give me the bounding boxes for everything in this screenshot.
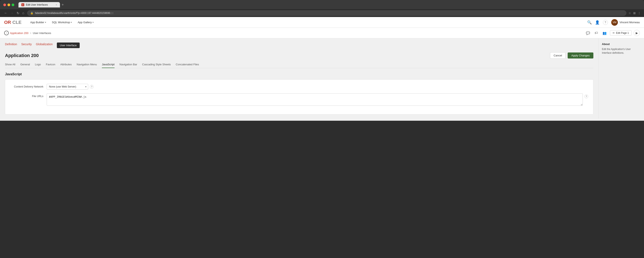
cdn-help-icon[interactable]: ?	[90, 85, 94, 88]
browser-actions: ☆ ⊞ ⋮	[628, 12, 641, 15]
tab-globalization[interactable]: Globalization	[36, 42, 53, 48]
edit-icon: ✏	[613, 32, 615, 34]
subtab-favicon[interactable]: Favicon	[46, 63, 56, 68]
tab-close-button[interactable]: ×	[56, 4, 57, 6]
top-nav: OR · CLE App Builder ▾ SQL Workshop ▾ Ap…	[0, 17, 644, 28]
logo-dot: ·	[12, 21, 12, 24]
right-sidebar: About Edit the Application's User Interf…	[598, 38, 644, 119]
subtab-css[interactable]: Cascading Style Sheets	[142, 63, 171, 68]
maximize-traffic-light[interactable]	[12, 4, 14, 6]
breadcrumb-bar: ↑ Application 200 › User Interfaces 💬 🏷 …	[0, 28, 644, 38]
search-icon[interactable]: 🔍	[587, 20, 592, 25]
tab-definition[interactable]: Definition	[5, 42, 17, 48]
edit-page-button[interactable]: ✏ Edit Page 1	[610, 30, 632, 36]
back-button[interactable]: ←	[3, 11, 8, 15]
help-icon[interactable]: ?	[603, 20, 608, 25]
cdn-select[interactable]: None (use Web Server) jsDelivr cdnjs Cus…	[47, 84, 88, 90]
up-arrow-icon: ↑	[4, 31, 9, 35]
main-content: Definition Security Globalization User I…	[0, 38, 598, 119]
browser-window: A Edit User Interfaces × + ← → ↻ ⌂ 🔒 fab…	[0, 0, 644, 121]
traffic-lights	[3, 4, 14, 6]
avatar: VM	[611, 19, 618, 26]
subtab-navigation-menu[interactable]: Navigation Menu	[77, 63, 97, 68]
page-header: Application 200 Cancel Apply Changes	[5, 52, 594, 59]
oracle-logo: OR · CLE	[4, 20, 22, 25]
subtab-general[interactable]: General	[20, 63, 30, 68]
resize-icon: ⤡	[580, 104, 582, 106]
run-button[interactable]: ▶	[634, 30, 640, 36]
sql-workshop-caret: ▾	[71, 21, 72, 24]
subtab-javascript[interactable]: JavaScript	[102, 63, 114, 68]
active-tab[interactable]: A Edit User Interfaces ×	[18, 2, 60, 8]
form-section: Content Delivery Network None (use Web S…	[5, 80, 594, 114]
app-gallery-caret: ▾	[92, 21, 94, 24]
nav-menu: App Builder ▾ SQL Workshop ▾ App Gallery…	[28, 20, 96, 25]
file-urls-textarea[interactable]: #APP_IMAGES#demo#MIN#.js	[47, 93, 583, 106]
browser-titlebar: A Edit User Interfaces × +	[0, 0, 644, 9]
nav-buttons: ← → ↻ ⌂	[3, 11, 25, 16]
nav-app-builder[interactable]: App Builder ▾	[28, 20, 48, 25]
refresh-button[interactable]: ↻	[16, 11, 20, 16]
nav-app-gallery[interactable]: App Gallery ▾	[75, 20, 96, 25]
breadcrumb-current: User Interfaces	[33, 32, 51, 35]
apply-changes-button[interactable]: Apply Changes	[568, 52, 594, 58]
user-profile: VM Vincent Morneau	[611, 19, 640, 26]
cdn-select-wrap: None (use Web Server) jsDelivr cdnjs Cus…	[47, 84, 88, 90]
tab-bar: A Edit User Interfaces × +	[18, 2, 641, 8]
breadcrumb-actions: 💬 🏷 👥 ✏ Edit Page 1 ▶	[585, 30, 640, 36]
app-container: OR · CLE App Builder ▾ SQL Workshop ▾ Ap…	[0, 17, 644, 121]
sidebar-about-title: About	[602, 42, 641, 46]
minimize-traffic-light[interactable]	[8, 4, 10, 6]
tag-icon[interactable]: 🏷	[594, 30, 599, 36]
page-title: Application 200	[5, 53, 39, 58]
file-urls-help-icon[interactable]: ?	[584, 94, 588, 98]
breadcrumb-home[interactable]: ↑ Application 200	[4, 31, 28, 35]
file-urls-label: File URLs	[10, 93, 43, 98]
tab-user-interface[interactable]: User Interface	[57, 42, 80, 48]
forward-button[interactable]: →	[10, 11, 14, 15]
subtab-concatenated-files[interactable]: Concatenated Files	[176, 63, 199, 68]
url-bar[interactable]: 🔒 fabedev02.forallabeautiful.earth/ords/…	[27, 10, 626, 16]
form-row-file-urls: File URLs #APP_IMAGES#demo#MIN#.js ⤡ ?	[10, 93, 588, 106]
file-urls-textarea-wrap: #APP_IMAGES#demo#MIN#.js ⤡	[47, 93, 583, 106]
user-name: Vincent Morneau	[620, 21, 640, 24]
header-actions: Cancel Apply Changes	[550, 52, 594, 59]
subtab-navigation-bar[interactable]: Navigation Bar	[120, 63, 137, 68]
logo-cle: CLE	[12, 20, 22, 25]
new-tab-button[interactable]: +	[62, 3, 64, 7]
edit-page-label: Edit Page 1	[616, 32, 629, 34]
close-traffic-light[interactable]	[3, 4, 6, 6]
browser-menu-icon[interactable]: ⋮	[638, 12, 641, 15]
bookmark-icon[interactable]: ☆	[628, 12, 631, 15]
extensions-icon[interactable]: ⊞	[633, 12, 636, 15]
comment-icon[interactable]: 💬	[585, 30, 591, 36]
subtab-attributes[interactable]: Attributes	[60, 63, 72, 68]
subtab-show-all[interactable]: Show All	[5, 63, 15, 68]
breadcrumb-app-link[interactable]: Application 200	[10, 32, 28, 35]
tab-title: Edit User Interfaces	[26, 3, 48, 6]
tab-favicon: A	[21, 3, 24, 6]
breadcrumb-separator: ›	[30, 31, 31, 35]
address-bar: ← → ↻ ⌂ 🔒 fabedev02.forallabeautiful.ear…	[0, 9, 644, 17]
nav-right: 🔍 👤 ? VM Vincent Morneau	[587, 19, 640, 26]
tab-security[interactable]: Security	[21, 42, 32, 48]
main-layout: Definition Security Globalization User I…	[0, 38, 644, 119]
section-title: JavaScript	[5, 72, 594, 76]
url-text: fabedev02.forallabeautiful.earth/ords/f?…	[35, 12, 114, 14]
user-icon[interactable]: 👤	[595, 20, 600, 25]
subtab-logo[interactable]: Logo	[35, 63, 41, 68]
home-button[interactable]: ⌂	[21, 11, 25, 15]
team-icon[interactable]: 👥	[601, 30, 608, 36]
file-urls-control-wrap: #APP_IMAGES#demo#MIN#.js ⤡ ?	[47, 93, 588, 106]
tab-nav: Definition Security Globalization User I…	[5, 42, 594, 48]
logo-or: OR	[4, 20, 11, 25]
sub-tab-nav: Show All General Logo Favicon Attributes…	[5, 63, 594, 68]
form-row-cdn: Content Delivery Network None (use Web S…	[10, 84, 588, 90]
sidebar-about-text: Edit the Application's User Interface de…	[602, 47, 641, 55]
cdn-label: Content Delivery Network	[10, 84, 43, 88]
app-builder-caret: ▾	[45, 21, 46, 24]
lock-icon: 🔒	[30, 12, 34, 14]
cdn-control-wrap: None (use Web Server) jsDelivr cdnjs Cus…	[47, 84, 588, 90]
nav-sql-workshop[interactable]: SQL Workshop ▾	[50, 20, 74, 25]
cancel-button[interactable]: Cancel	[550, 52, 565, 59]
